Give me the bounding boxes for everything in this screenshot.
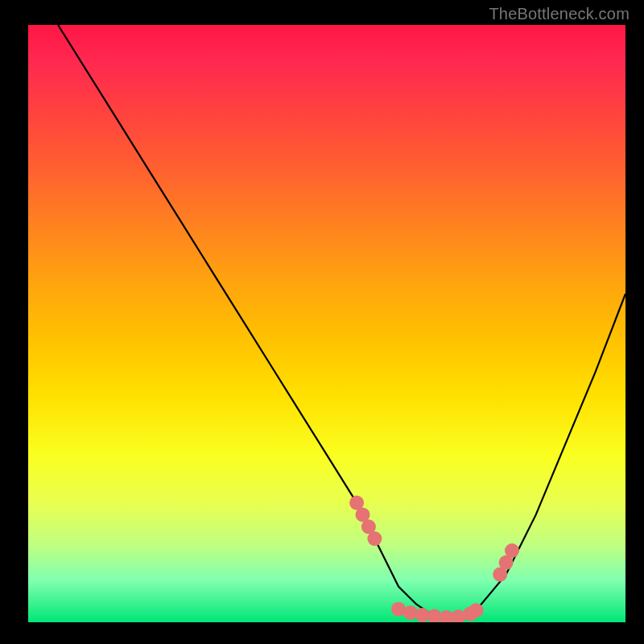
chart-plot-area (28, 25, 625, 622)
marker-dot (367, 531, 382, 546)
marker-dot (403, 605, 418, 620)
chart-svg (28, 25, 625, 622)
marker-group (349, 496, 519, 622)
bottleneck-curve (58, 25, 625, 619)
marker-dot (469, 603, 484, 617)
marker-dot (505, 543, 519, 558)
watermark-text: TheBottleneck.com (489, 5, 630, 23)
